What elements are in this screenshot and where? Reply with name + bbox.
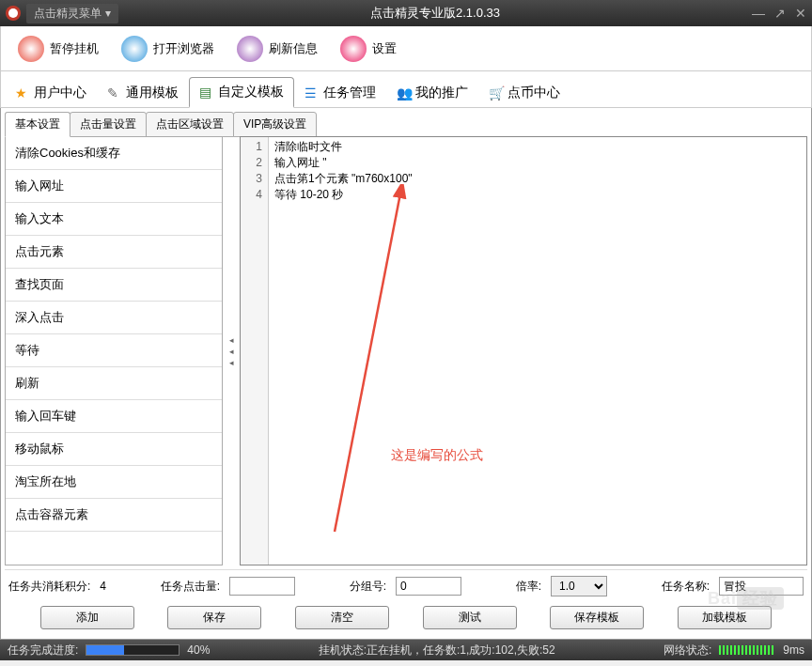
tab-任务管理[interactable]: ☰任务管理 xyxy=(294,77,386,107)
ti-wand-icon: ✎ xyxy=(107,85,122,101)
subtab-点击区域设置[interactable]: 点击区域设置 xyxy=(146,112,234,137)
points-label: 任务共消耗积分: xyxy=(8,579,90,595)
action-深入点击[interactable]: 深入点击 xyxy=(6,302,222,334)
action-查找页面[interactable]: 查找页面 xyxy=(6,269,222,302)
maximize-button[interactable]: ↗ xyxy=(774,6,786,21)
action-输入网址[interactable]: 输入网址 xyxy=(6,170,222,203)
chevron-left-icon: ◂ xyxy=(229,347,234,356)
action-移动鼠标[interactable]: 移动鼠标 xyxy=(6,433,222,466)
action-点击元素[interactable]: 点击元素 xyxy=(6,236,222,269)
tab-label: 点币中心 xyxy=(508,85,560,101)
toolbar-label: 暂停挂机 xyxy=(50,40,99,57)
tab-label: 任务管理 xyxy=(323,85,376,101)
subtab-点击量设置[interactable]: 点击量设置 xyxy=(70,112,147,137)
ti-doc-icon: ▤ xyxy=(199,85,214,100)
tab-我的推广[interactable]: 👥我的推广 xyxy=(386,77,478,107)
tab-label: 用户中心 xyxy=(34,85,86,101)
clicks-input[interactable] xyxy=(229,577,295,596)
ti-people-icon: 👥 xyxy=(397,85,412,101)
group-input[interactable] xyxy=(396,577,461,596)
task-params-row: 任务共消耗积分: 4 任务点击量: 分组号: 倍率: 1.0 任务名称: xyxy=(5,569,807,602)
toolbar-label: 刷新信息 xyxy=(269,40,318,57)
line-number: 3 xyxy=(242,171,262,187)
toolbar-设置[interactable]: 设置 xyxy=(331,32,406,66)
line-number: 1 xyxy=(242,139,262,155)
rate-label: 倍率: xyxy=(516,579,541,595)
tab-点币中心[interactable]: 🛒点币中心 xyxy=(478,77,570,107)
tab-用户中心[interactable]: ★用户中心 xyxy=(5,77,97,107)
ti-cart-icon: 🛒 xyxy=(489,85,504,101)
action-清除Cookies和缓存[interactable]: 清除Cookies和缓存 xyxy=(6,137,222,170)
chevron-down-icon: ▾ xyxy=(105,7,111,20)
tab-label: 我的推广 xyxy=(415,85,468,101)
hang-status: 挂机状态:正在挂机，任务数:1,成功:102,失败:52 xyxy=(319,643,555,658)
progress-percent: 40% xyxy=(187,643,210,657)
toolbar-label: 设置 xyxy=(372,40,397,57)
code-editor[interactable]: 1234 清除临时文件输入网址 " 点击第1个元素 "m760x100"等待 1… xyxy=(240,136,807,565)
code-line[interactable]: 等待 10-20 秒 xyxy=(274,187,801,203)
tab-label: 自定义模板 xyxy=(218,84,284,101)
clicks-label: 任务点击量: xyxy=(161,579,220,595)
ico-purple-icon xyxy=(237,36,263,62)
status-bar: 任务完成进度: 40% 挂机状态:正在挂机，任务数:1,成功:102,失败:52… xyxy=(0,640,812,660)
progress-label: 任务完成进度: xyxy=(8,643,78,658)
subtab-VIP高级设置[interactable]: VIP高级设置 xyxy=(233,112,317,137)
tab-自定义模板[interactable]: ▤自定义模板 xyxy=(189,77,294,108)
app-icon xyxy=(6,6,21,21)
minimize-button[interactable]: — xyxy=(752,6,765,21)
annotation-text: 这是编写的公式 xyxy=(391,447,483,464)
taskname-label: 任务名称: xyxy=(662,579,710,595)
action-点击容器元素[interactable]: 点击容器元素 xyxy=(6,499,222,532)
toolbar-打开浏览器[interactable]: 打开浏览器 xyxy=(112,32,224,66)
titlebar: 点击精灵菜单 ▾ 点击精灵专业版2.1.0.33 — ↗ ✕ xyxy=(0,0,812,26)
ti-task-icon: ☰ xyxy=(304,85,320,101)
latency-ms: 9ms xyxy=(783,643,804,657)
action-刷新[interactable]: 刷新 xyxy=(6,367,222,400)
action-等待[interactable]: 等待 xyxy=(6,334,222,367)
ico-cyan-icon xyxy=(121,36,148,62)
code-line[interactable]: 输入网址 " xyxy=(274,155,801,171)
rate-select[interactable]: 1.0 xyxy=(551,576,607,596)
network-indicator-icon xyxy=(719,645,775,655)
group-label: 分组号: xyxy=(350,579,386,595)
action-list-panel: 清除Cookies和缓存输入网址输入文本点击元素查找页面深入点击等待刷新输入回车… xyxy=(5,136,223,565)
workspace: 基本设置点击量设置点击区域设置VIP高级设置 清除Cookies和缓存输入网址输… xyxy=(0,108,812,640)
net-label: 网络状态: xyxy=(664,643,711,658)
primary-tabs: ★用户中心✎通用模板▤自定义模板☰任务管理👥我的推广🛒点币中心 xyxy=(0,71,812,108)
window-title: 点击精灵专业版2.1.0.33 xyxy=(118,5,752,22)
taskname-input[interactable] xyxy=(719,577,804,596)
points-value: 4 xyxy=(100,580,106,593)
button-测试[interactable]: 测试 xyxy=(423,606,517,629)
ico-red-icon xyxy=(18,36,44,62)
chevron-left-icon: ◂ xyxy=(229,335,234,345)
code-line[interactable]: 清除临时文件 xyxy=(274,139,801,155)
app-menu-button[interactable]: 点击精灵菜单 ▾ xyxy=(26,4,118,23)
toolbar-label: 打开浏览器 xyxy=(153,40,214,57)
toolbar-暂停挂机[interactable]: 暂停挂机 xyxy=(8,32,108,66)
button-保存模板[interactable]: 保存模板 xyxy=(550,606,644,629)
subtab-基本设置[interactable]: 基本设置 xyxy=(5,112,70,137)
line-number: 4 xyxy=(242,187,262,203)
toolbar-刷新信息[interactable]: 刷新信息 xyxy=(227,32,327,66)
main-toolbar: 暂停挂机打开浏览器刷新信息设置 xyxy=(0,26,812,71)
button-row: 添加保存清空测试保存模板加载模板 xyxy=(5,602,807,635)
action-淘宝所在地[interactable]: 淘宝所在地 xyxy=(6,466,222,499)
ico-pink-icon xyxy=(340,36,367,62)
action-输入回车键[interactable]: 输入回车键 xyxy=(6,400,222,433)
button-加载模板[interactable]: 加载模板 xyxy=(678,606,772,629)
arrow-annotation xyxy=(297,184,504,541)
button-添加[interactable]: 添加 xyxy=(40,606,134,629)
line-number: 2 xyxy=(242,155,262,171)
progress-bar xyxy=(86,644,180,656)
tab-label: 通用模板 xyxy=(126,85,179,101)
close-button[interactable]: ✕ xyxy=(795,6,806,21)
action-输入文本[interactable]: 输入文本 xyxy=(6,203,222,236)
ti-star-icon: ★ xyxy=(15,85,30,101)
code-line[interactable]: 点击第1个元素 "m760x100" xyxy=(274,171,801,187)
sub-tabs: 基本设置点击量设置点击区域设置VIP高级设置 xyxy=(5,112,807,137)
button-保存[interactable]: 保存 xyxy=(167,606,261,629)
button-清空[interactable]: 清空 xyxy=(295,606,389,629)
tab-通用模板[interactable]: ✎通用模板 xyxy=(97,77,189,107)
splitter[interactable]: ◂ ◂ ◂ xyxy=(226,136,236,565)
svg-line-0 xyxy=(335,194,400,532)
